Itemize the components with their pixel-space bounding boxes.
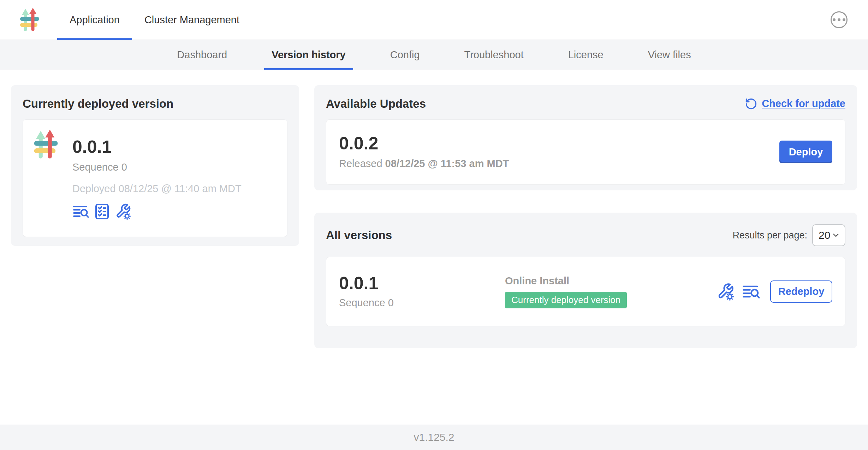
available-updates-card: Available Updates Check for update 0.0.2… (314, 85, 857, 190)
available-updates-title: Available Updates (326, 97, 426, 111)
top-nav-tabs: Application Cluster Management (57, 0, 252, 40)
update-version-number: 0.0.2 (339, 135, 509, 152)
main-content: Currently deployed version 0.0 (0, 70, 868, 348)
deployed-timestamp: Deployed 08/12/25 @ 11:40 am MDT (72, 183, 242, 195)
subnav-item-version-history[interactable]: Version history (264, 40, 353, 70)
deploy-button[interactable]: Deploy (779, 141, 832, 163)
all-versions-card: All versions Results per page: 20 0.0.1 … (314, 213, 857, 348)
tab-cluster-management[interactable]: Cluster Management (132, 0, 252, 40)
row-sequence: Sequence 0 (339, 297, 505, 309)
results-per-page-label: Results per page: (732, 230, 807, 241)
chevron-down-icon (831, 231, 840, 240)
currently-deployed-badge: Currently deployed version (505, 292, 627, 308)
check-for-update-link[interactable]: Check for update (745, 97, 845, 110)
subnav-item-license[interactable]: License (561, 40, 611, 70)
subnav-item-view-files[interactable]: View files (641, 40, 698, 70)
version-row: 0.0.1 Sequence 0 Online Install Currentl… (326, 257, 845, 326)
app-subnav: Dashboard Version history Config Trouble… (0, 40, 868, 70)
subnav-item-troubleshoot[interactable]: Troubleshoot (457, 40, 531, 70)
available-update-row: 0.0.2 Released 08/12/25 @ 11:53 am MDT D… (326, 119, 845, 185)
tab-application[interactable]: Application (57, 0, 132, 40)
check-for-update-label: Check for update (762, 98, 845, 109)
subnav-item-config[interactable]: Config (383, 40, 427, 70)
app-arrows-logo-icon (20, 8, 42, 32)
currently-deployed-card: Currently deployed version 0.0 (11, 85, 299, 246)
overflow-menu-button[interactable] (831, 11, 848, 28)
refresh-icon (745, 97, 757, 110)
row-version-number: 0.0.1 (339, 274, 505, 292)
redeploy-button[interactable]: Redeploy (770, 280, 832, 303)
deployed-version-panel: 0.0.1 Sequence 0 Deployed 08/12/25 @ 11:… (23, 119, 287, 237)
update-released-timestamp: Released 08/12/25 @ 11:53 am MDT (339, 158, 509, 170)
all-versions-title: All versions (326, 228, 392, 242)
view-logs-icon[interactable] (72, 203, 89, 220)
tab-application-label: Application (70, 14, 120, 26)
install-type-label: Online Install (505, 275, 569, 287)
console-version-label: v1.125.2 (414, 431, 454, 443)
currently-deployed-title: Currently deployed version (23, 97, 287, 111)
app-arrows-logo-icon (34, 130, 62, 159)
deployed-version-number: 0.0.1 (72, 138, 242, 156)
view-logs-icon[interactable] (742, 283, 760, 301)
ellipsis-icon (833, 18, 836, 21)
tab-cluster-management-label: Cluster Management (144, 14, 239, 26)
edit-config-icon[interactable] (115, 203, 132, 220)
subnav-item-dashboard[interactable]: Dashboard (170, 40, 234, 70)
preflight-checks-icon[interactable] (94, 203, 111, 220)
results-per-page-select[interactable]: 20 (812, 224, 845, 246)
edit-config-icon[interactable] (717, 283, 735, 301)
top-header: Application Cluster Management (0, 0, 868, 40)
console-version-footer: v1.125.2 (0, 425, 868, 450)
deployed-sequence: Sequence 0 (72, 161, 242, 173)
